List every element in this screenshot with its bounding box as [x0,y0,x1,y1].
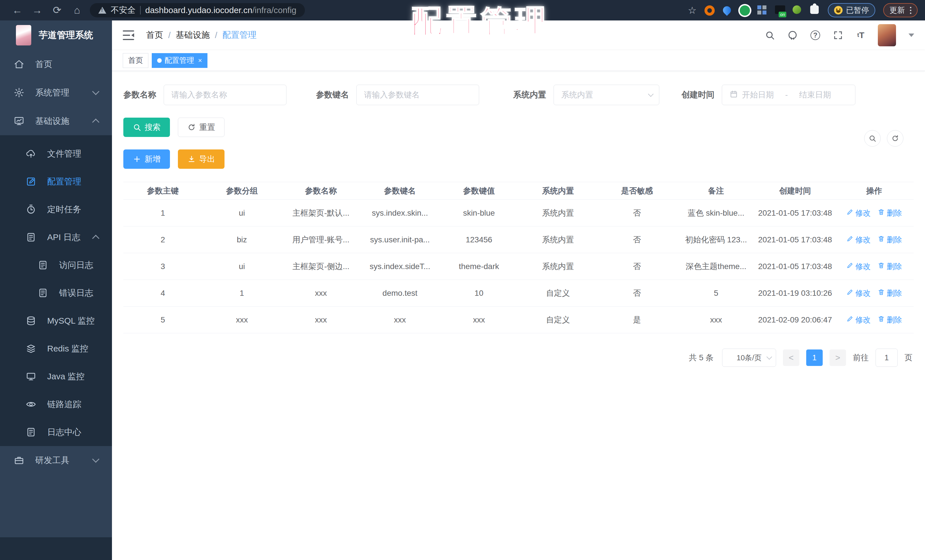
sidebar-item-label: 首页 [35,59,52,70]
sidebar-item-配置管理[interactable]: 配置管理 [0,168,112,196]
breadcrumb-infra[interactable]: 基础设施 [176,29,210,41]
sidebar-item-研发工具[interactable]: 研发工具 [0,446,112,474]
edit-row-link[interactable]: 修改 [846,315,871,325]
date-end-placeholder: 结束日期 [799,89,831,100]
delete-row-link[interactable]: 删除 [878,235,902,245]
sidebar-item-链路追踪[interactable]: 链路追踪 [0,390,112,418]
sidebar-item-基础设施[interactable]: 基础设施 [0,107,112,135]
search-icon[interactable] [764,30,776,41]
sidebar-item-文件管理[interactable]: 文件管理 [0,140,112,168]
next-page-button[interactable]: > [830,349,846,366]
table-cell: theme-dark [439,253,518,280]
refresh-icon[interactable] [887,130,903,147]
table-cell: xxx [202,307,281,333]
sidebar-item-MySQL 监控[interactable]: MySQL 监控 [0,307,112,335]
collapse-sidebar-icon[interactable] [123,30,134,40]
total-count: 共 5 条 [689,352,714,363]
toggle-search-icon[interactable] [864,130,881,147]
sidebar-item-访问日志[interactable]: 访问日志 [0,251,112,279]
monitor-icon [26,371,36,382]
create-time-label: 创建时间 [681,89,714,101]
orange-ring-extension-icon[interactable] [705,5,714,15]
page-size-select[interactable]: 10条/页 [722,349,776,367]
sidebar-item-API 日志[interactable]: API 日志 [0,223,112,251]
tab-bar: 首页 配置管理 × [112,50,925,71]
param-name-input[interactable] [171,90,279,99]
home-icon[interactable]: ⌂ [67,4,87,16]
help-icon[interactable]: ? [810,30,821,41]
update-browser-button[interactable]: 更新 [883,3,917,17]
breadcrumb-home[interactable]: 首页 [146,29,163,41]
address-bar[interactable]: 不安全 dashboard.yudao.iocoder.cn/infra/con… [90,3,305,17]
browser-menu-icon[interactable] [910,7,911,14]
system-type-select[interactable]: 系统内置 [554,85,659,105]
add-button[interactable]: 新增 [124,149,170,169]
green-circle-extension-icon[interactable] [740,5,749,15]
sidebar-item-label: 配置管理 [47,176,81,188]
param-name-field[interactable] [164,85,286,105]
close-tab-icon[interactable]: × [198,57,202,65]
sidebar-item-日志中心[interactable]: 日志中心 [0,418,112,446]
delete-row-link[interactable]: 删除 [878,315,902,325]
edit-row-link[interactable]: 修改 [846,208,871,218]
breadcrumb: 首页 / 基础设施 / 配置管理 [146,29,257,41]
reset-button[interactable]: 重置 [178,117,224,137]
tab-home[interactable]: 首页 [123,53,148,68]
page-title-watermark: 配置管理 [411,1,550,42]
param-key-input[interactable] [364,90,472,99]
sidebar-item-Java 监控[interactable]: Java 监控 [0,363,112,390]
export-button[interactable]: 导出 [178,149,224,169]
delete-row-link[interactable]: 删除 [878,288,902,298]
sidebar-item-首页[interactable]: 首页 [0,50,112,78]
fullscreen-icon[interactable] [832,30,844,41]
forward-icon[interactable]: → [27,4,47,16]
trash-icon [878,235,885,244]
table-cell: sys.index.skin... [360,200,439,226]
tab-config[interactable]: 配置管理 × [152,53,208,68]
edit-row-link[interactable]: 修改 [846,261,871,272]
column-header: 备注 [676,182,756,200]
page-1-button[interactable]: 1 [806,349,823,366]
table-cell: 否 [598,200,676,226]
on-badge-extension-icon[interactable] [775,5,785,15]
date-separator: - [785,90,788,99]
param-key-label: 参数键名 [316,89,349,101]
security-label: 不安全 [111,5,136,16]
date-range-picker[interactable]: 开始日期 - 结束日期 [722,85,856,105]
page-content: 参数名称 参数键名 系统内置 系统内置 创建时间 开始日期 [112,71,925,560]
goto-page-input[interactable] [875,349,898,367]
edit-row-link[interactable]: 修改 [846,288,871,298]
green-leaf-extension-icon[interactable] [792,5,802,15]
submenu-spacer [0,135,112,140]
avatar[interactable] [878,24,896,46]
blue-drop-extension-icon[interactable] [722,5,732,15]
trash-icon [878,315,885,324]
sidebar-item-系统管理[interactable]: 系统管理 [0,78,112,107]
sidebar-item-Redis 监控[interactable]: Redis 监控 [0,335,112,363]
delete-row-link[interactable]: 删除 [878,208,902,218]
table-cell: 蓝色 skin-blue... [676,200,756,226]
prev-page-button[interactable]: < [783,349,799,366]
github-icon[interactable] [787,30,798,41]
caret-down-icon[interactable] [908,33,914,37]
sidebar-item-定时任务[interactable]: 定时任务 [0,196,112,223]
sidebar-item-错误日志[interactable]: 错误日志 [0,279,112,307]
grid-extension-icon[interactable] [757,5,767,15]
puzzle-extension-icon[interactable] [810,5,820,15]
param-key-field[interactable] [356,85,479,105]
delete-row-link[interactable]: 删除 [878,261,902,272]
font-size-icon[interactable]: tT [855,30,866,41]
edit-row-link[interactable]: 修改 [846,235,871,245]
log-doc-icon [26,232,36,242]
reload-icon[interactable]: ⟳ [47,4,67,16]
bookmark-star-icon[interactable]: ☆ [688,5,696,16]
sidebar-item-label: API 日志 [47,232,80,243]
filter-form: 参数名称 参数键名 系统内置 系统内置 创建时间 开始日期 [124,85,914,105]
table-cell: 2021-01-05 17:03:48 [756,200,835,226]
paused-profile-badge[interactable]: 已暂停 [828,3,875,17]
chevron-down-icon [767,354,772,360]
url-host: dashboard.yudao.iocoder.cn [145,5,252,15]
back-icon[interactable]: ← [8,4,27,16]
search-button[interactable]: 搜索 [124,117,170,137]
log-doc-icon [26,427,36,438]
